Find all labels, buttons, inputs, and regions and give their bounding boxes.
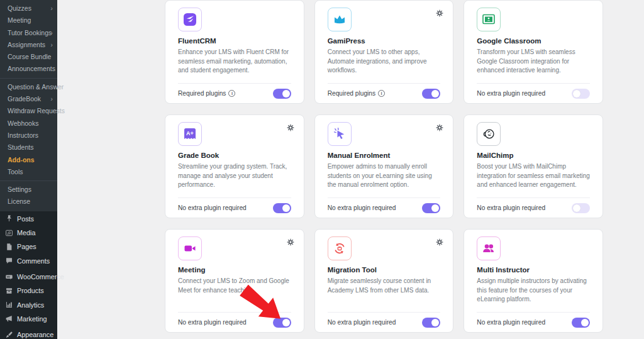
wp-main-menu: Posts Media Pages Comments WooCommerce P… (0, 211, 57, 339)
migration-tool-icon (328, 236, 352, 260)
footer-label: Required plugins (178, 90, 226, 97)
sidebar-item-assignments[interactable]: Assignments› (0, 39, 57, 51)
sidebar-item-announcements[interactable]: Announcements (0, 63, 57, 75)
gamipress-icon (328, 8, 352, 31)
appearance-icon (5, 331, 13, 339)
sidebar-item-quizzes[interactable]: Quizzes› (0, 3, 57, 14)
addon-description: Enhance your LMS with Fluent CRM for sea… (178, 48, 291, 75)
sidebar-item-webhooks[interactable]: Webhooks (0, 118, 57, 130)
sidebar-item-question-answer[interactable]: Question & Answer (0, 81, 57, 93)
manual-enrolment-toggle[interactable] (422, 203, 440, 213)
sidebar-item-woocommerce[interactable]: WooCommerce (0, 270, 57, 284)
chevron-right-icon: › (50, 3, 53, 14)
meeting-toggle[interactable] (273, 318, 291, 328)
addon-description: Connect your LMS to Zoom and Google Meet… (178, 277, 291, 295)
sidebar-divider (0, 78, 57, 79)
sidebar-divider (0, 181, 57, 181)
card-footer: No extra plugin required (477, 312, 590, 332)
addon-card-gamipress: GamiPress Connect your LMS to other apps… (314, 0, 454, 104)
mailchimp-icon (477, 122, 501, 146)
sidebar-item-settings[interactable]: Settings (0, 184, 57, 196)
info-icon[interactable] (378, 90, 385, 97)
gear-icon[interactable] (286, 123, 295, 132)
addon-title: MailChimp (477, 152, 590, 159)
gear-icon[interactable] (435, 238, 444, 247)
sidebar-item-marketing[interactable]: Marketing (0, 312, 57, 326)
google-classroom-toggle[interactable] (572, 89, 590, 99)
meeting-icon (178, 236, 202, 260)
sidebar-item-course-bundle[interactable]: Course Bundle (0, 51, 57, 63)
addon-card-manual-enrolment: Manual Enrolment Empower admins to manua… (314, 114, 454, 218)
addon-card-mailchimp: MailChimp Boost your LMS with MailChimp … (464, 114, 603, 218)
footer-label: No extra plugin required (477, 90, 545, 97)
sidebar-item-posts[interactable]: Posts (0, 212, 57, 226)
mailchimp-toggle[interactable] (572, 203, 590, 213)
addon-description: Connect your LMS to other apps, Automate… (328, 48, 441, 75)
addon-card-fluentcrm: FluentCRM Enhance your LMS with Fluent C… (165, 0, 304, 104)
addons-grid: FluentCRM Enhance your LMS with Fluent C… (165, 0, 603, 333)
products-icon (5, 287, 13, 295)
card-footer: No extra plugin required (477, 83, 590, 103)
sidebar-item-meeting[interactable]: Meeting (0, 14, 57, 26)
addon-card-multi-instructor: Multi Instructor Assign multiple instruc… (464, 229, 603, 333)
admin-sidebar: Quizzes› Meeting Tutor Bookings› Assignm… (0, 0, 57, 339)
info-icon[interactable] (228, 90, 235, 97)
multi-instructor-icon (477, 236, 501, 260)
addon-card-google-classroom: Google Classroom Transform your LMS with… (464, 0, 603, 104)
lms-submenu: Quizzes› Meeting Tutor Bookings› Assignm… (0, 0, 57, 211)
woocommerce-icon (5, 273, 13, 281)
footer-label: No extra plugin required (328, 319, 396, 326)
fluentcrm-icon (178, 8, 202, 31)
addon-description: Transform your LMS with seamless Google … (477, 48, 590, 75)
footer-label: No extra plugin required (477, 319, 545, 326)
addon-title: Multi Instructor (477, 266, 590, 274)
google-classroom-icon (477, 8, 501, 31)
addon-description: Boost your LMS with MailChimp integratio… (477, 162, 590, 190)
card-footer: No extra plugin required (328, 197, 441, 218)
footer-label: No extra plugin required (328, 204, 396, 211)
addon-description: Empower admins to manually enroll studen… (328, 162, 441, 190)
card-footer: Required plugins (178, 83, 291, 103)
card-footer: No extra plugin required (178, 312, 291, 332)
gear-icon[interactable] (286, 238, 295, 247)
sidebar-item-instructors[interactable]: Instructors (0, 130, 57, 142)
addon-title: GamiPress (328, 37, 441, 45)
gamipress-toggle[interactable] (422, 89, 440, 99)
sidebar-item-license[interactable]: License (0, 196, 57, 208)
gear-icon[interactable] (435, 9, 444, 18)
addon-title: FluentCRM (178, 37, 291, 45)
footer-label: No extra plugin required (477, 204, 545, 211)
footer-label: Required plugins (328, 90, 375, 97)
footer-label: No extra plugin required (178, 204, 247, 211)
addon-card-migration-tool: Migration Tool Migrate seamlessly course… (314, 229, 454, 333)
multi-instructor-toggle[interactable] (572, 318, 590, 328)
footer-label: No extra plugin required (178, 319, 247, 326)
svg-text:A+: A+ (186, 130, 194, 136)
addon-card-meeting: Meeting Connect your LMS to Zoom and Goo… (165, 229, 304, 333)
sidebar-item-tools[interactable]: Tools (0, 166, 57, 178)
addon-title: Grade Book (178, 152, 291, 159)
sidebar-item-media[interactable]: Media (0, 226, 57, 240)
sidebar-item-gradebook[interactable]: GradeBook› (0, 93, 57, 105)
analytics-icon (5, 301, 13, 309)
addon-card-grade-book: A+ Grade Book Streamline your grading sy… (165, 114, 304, 218)
sidebar-item-students[interactable]: Students (0, 142, 57, 153)
card-footer: Required plugins (328, 83, 441, 103)
sidebar-item-add-ons[interactable]: Add-ons (0, 154, 57, 166)
gear-icon[interactable] (435, 123, 444, 132)
migration-tool-toggle[interactable] (422, 318, 440, 328)
card-footer: No extra plugin required (328, 312, 441, 332)
sidebar-item-pages[interactable]: Pages (0, 240, 57, 253)
chevron-right-icon: › (50, 27, 53, 39)
chevron-right-icon: › (50, 39, 53, 51)
sidebar-item-withdraw-requests[interactable]: Withdraw Requests (0, 105, 57, 117)
card-footer: No extra plugin required (477, 197, 590, 218)
grade-book-toggle[interactable] (273, 203, 291, 213)
sidebar-item-tutor-bookings[interactable]: Tutor Bookings› (0, 27, 57, 39)
fluentcrm-toggle[interactable] (273, 89, 291, 99)
pages-icon (5, 243, 13, 251)
sidebar-item-products[interactable]: Products (0, 284, 57, 297)
sidebar-item-analytics[interactable]: Analytics (0, 298, 57, 312)
sidebar-item-appearance[interactable]: Appearance (0, 328, 57, 339)
sidebar-item-comments[interactable]: Comments (0, 254, 57, 268)
